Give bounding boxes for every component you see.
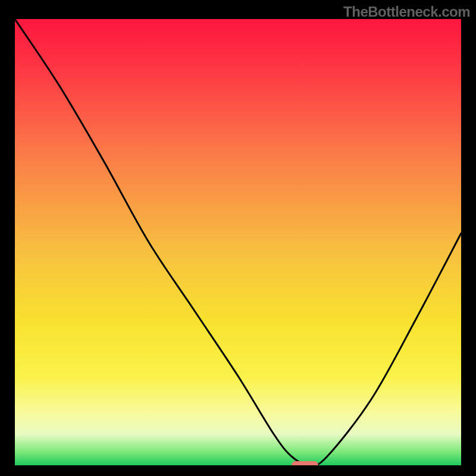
- optimum-marker: [292, 461, 318, 465]
- plot-area: [15, 19, 461, 465]
- bottleneck-curve: [15, 19, 461, 465]
- watermark-text: TheBottleneck.com: [343, 4, 470, 20]
- bottleneck-curve-layer: [15, 19, 461, 465]
- chart-frame: TheBottleneck.com: [0, 0, 476, 476]
